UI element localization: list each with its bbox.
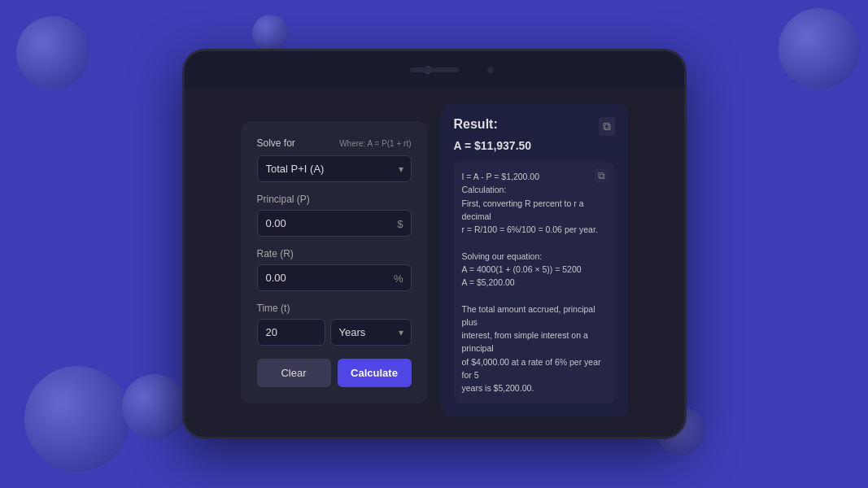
tablet-speaker [410,68,459,72]
principal-group: Principal (P) $ [257,194,412,237]
formula-label: Where: A = P(1 + rt) [339,139,411,148]
tablet-content: Solve for Where: A = P(1 + rt) Total P+I… [185,88,684,437]
bg-sphere-top-right [779,8,860,89]
rate-input-wrapper: % [257,264,412,291]
result-header: Result: ⧉ [454,117,615,136]
result-panel: Result: ⧉ A = $11,937.50 ⧉ I = A - P = $… [441,104,628,416]
principal-input[interactable] [257,210,412,237]
tablet-top-bar [185,51,684,88]
rate-group: Rate (R) % [257,248,412,291]
solve-for-select[interactable]: Total P+I (A) Principal (P) Rate (R) Tim… [257,155,412,182]
time-group: Time (t) Years Months Days ▾ [257,303,412,346]
solve-for-group: Solve for Where: A = P(1 + rt) Total P+I… [257,137,412,182]
calculate-button[interactable]: Calculate [338,359,412,387]
time-unit-select-wrapper: Years Months Days ▾ [330,319,412,346]
bg-sphere-bottom-mid-left [122,374,187,439]
time-label: Time (t) [257,303,412,314]
time-input[interactable] [257,319,325,346]
tablet-device: Solve for Where: A = P(1 + rt) Total P+I… [182,49,687,439]
clear-button[interactable]: Clear [257,359,331,387]
principal-input-wrapper: $ [257,210,412,237]
solve-for-select-wrapper: Total P+I (A) Principal (P) Rate (R) Tim… [257,155,412,182]
calculator-panel: Solve for Where: A = P(1 + rt) Total P+I… [241,121,428,403]
bg-sphere-top-mid [252,15,289,51]
bg-sphere-top-left [16,16,89,89]
tablet-mic [487,67,494,73]
principal-label: Principal (P) [257,194,412,205]
result-detail-box: ⧉ I = A - P = $1,200.00 Calculation: Fir… [454,162,615,403]
solve-for-label: Solve for [257,137,295,149]
button-row: Clear Calculate [257,359,412,387]
result-main-value: A = $11,937.50 [454,139,615,152]
result-detail-text: I = A - P = $1,200.00 Calculation: First… [462,170,607,395]
solve-for-header: Solve for Where: A = P(1 + rt) [257,137,412,149]
rate-input[interactable] [257,264,412,291]
time-unit-select[interactable]: Years Months Days [330,319,412,346]
principal-suffix-icon: $ [397,217,403,229]
copy-detail-icon[interactable]: ⧉ [595,168,608,183]
result-title: Result: [454,117,498,132]
rate-suffix-icon: % [394,272,403,284]
rate-label: Rate (R) [257,248,412,259]
time-row: Years Months Days ▾ [257,319,412,346]
bg-sphere-bottom-left [24,366,130,472]
copy-result-icon[interactable]: ⧉ [599,117,615,136]
time-input-wrapper [257,319,325,346]
